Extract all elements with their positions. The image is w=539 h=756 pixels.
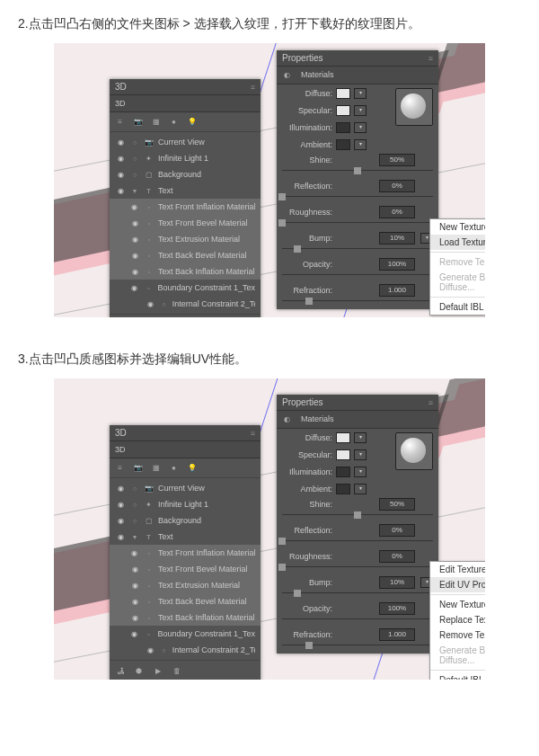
- props-menu-icon-2[interactable]: ≡: [429, 398, 433, 407]
- slider-value[interactable]: 0%: [379, 524, 415, 537]
- folder-icon[interactable]: ▾: [354, 139, 367, 150]
- slider-value[interactable]: 50%: [379, 498, 415, 511]
- env-icon[interactable]: ⬢: [134, 666, 144, 676]
- eye-icon[interactable]: ◉: [129, 201, 140, 212]
- tab-3d-2[interactable]: 3D: [115, 445, 126, 454]
- context-menu-item[interactable]: Default IBL: [430, 299, 485, 315]
- slider-handle[interactable]: [354, 511, 361, 519]
- tree-item[interactable]: ◉○📷Current View: [110, 134, 261, 150]
- folder-icon[interactable]: ▾: [354, 88, 367, 99]
- color-swatch[interactable]: [336, 88, 350, 99]
- eye-icon[interactable]: ◉: [129, 580, 140, 591]
- color-swatch[interactable]: [336, 122, 350, 133]
- eye-icon[interactable]: ◉: [115, 137, 126, 147]
- eye-icon[interactable]: ◉: [129, 250, 140, 261]
- tree-item[interactable]: ◉○Internal Constraint 2_Text: [110, 296, 261, 312]
- tree-item[interactable]: ◉▫Text Back Bevel Material: [110, 247, 261, 263]
- color-swatch[interactable]: [336, 449, 350, 460]
- folder-icon[interactable]: ▾: [354, 122, 367, 133]
- slider-value[interactable]: 1.000: [379, 628, 415, 641]
- eye-icon[interactable]: ◉: [129, 282, 140, 293]
- slider-handle[interactable]: [278, 219, 286, 227]
- slider-track[interactable]: [282, 513, 433, 517]
- slider-track[interactable]: [282, 247, 433, 251]
- light-icon[interactable]: 💡: [187, 117, 197, 127]
- eye-icon[interactable]: ◉: [115, 169, 126, 180]
- mesh-icon[interactable]: ▦: [151, 117, 161, 127]
- slider-track[interactable]: [282, 539, 433, 543]
- eye-icon[interactable]: ◉: [129, 612, 140, 623]
- folder-icon[interactable]: ▾: [354, 484, 367, 494]
- slider-handle[interactable]: [278, 193, 286, 200]
- filter-icon[interactable]: ≡: [115, 463, 125, 473]
- slider-track[interactable]: [282, 169, 433, 173]
- materials-tab-2[interactable]: Materials: [301, 414, 334, 424]
- tab-3d[interactable]: 3D: [115, 99, 126, 108]
- context-menu-item[interactable]: Load Texture...: [430, 235, 485, 250]
- tree-item[interactable]: ◉▫Text Extrusion Material: [110, 577, 261, 593]
- slider-handle[interactable]: [354, 167, 361, 174]
- render-icon[interactable]: ▶: [153, 666, 163, 676]
- filter-icon[interactable]: ≡: [115, 117, 125, 127]
- context-menu-item[interactable]: Default IBL: [430, 672, 485, 680]
- tree-item[interactable]: ◉▫Text Front Inflation Material: [110, 199, 261, 215]
- mat-icon[interactable]: ●: [169, 463, 179, 473]
- tree-item[interactable]: ◉▫Text Front Bevel Material: [110, 561, 261, 577]
- scene-icon[interactable]: 🏞: [115, 666, 125, 676]
- tree-item[interactable]: ◉○▢Background: [110, 512, 261, 529]
- cam-icon[interactable]: 📷: [133, 463, 143, 473]
- slider-track[interactable]: [282, 273, 433, 277]
- tree-item[interactable]: ◉○✦Infinite Light 1: [110, 496, 261, 512]
- tree-item[interactable]: ◉▼TText: [110, 182, 261, 199]
- folder-icon[interactable]: ▾: [354, 467, 367, 477]
- slider-value[interactable]: 10%: [379, 232, 415, 245]
- slider-track[interactable]: [282, 565, 433, 569]
- color-swatch[interactable]: [336, 139, 350, 150]
- eye-icon[interactable]: ◉: [115, 483, 126, 494]
- slider-value[interactable]: 1.000: [379, 284, 415, 297]
- eye-icon[interactable]: ◉: [115, 499, 126, 510]
- slider-track[interactable]: [282, 195, 433, 199]
- context-menu-item[interactable]: Remove Texture: [430, 627, 485, 643]
- eye-icon[interactable]: ◉: [129, 218, 140, 228]
- slider-handle[interactable]: [278, 564, 286, 571]
- tree-item[interactable]: ◉○▢Background: [110, 166, 261, 182]
- tree-item[interactable]: ◉▫Text Front Inflation Material: [110, 545, 261, 561]
- delete-icon[interactable]: 🗑: [172, 666, 181, 676]
- material-preview[interactable]: [395, 88, 433, 126]
- material-preview-2[interactable]: [395, 432, 433, 470]
- slider-handle[interactable]: [294, 245, 301, 253]
- tree-item[interactable]: ◉▫Text Front Bevel Material: [110, 215, 261, 231]
- slider-value[interactable]: 10%: [379, 576, 415, 589]
- color-swatch[interactable]: [336, 467, 350, 477]
- folder-icon[interactable]: ▾: [354, 432, 367, 443]
- slider-track[interactable]: [282, 644, 433, 647]
- cam-icon[interactable]: 📷: [133, 117, 143, 127]
- color-swatch[interactable]: [336, 432, 350, 443]
- tree-item[interactable]: ◉▫Boundary Constraint 1_Text: [110, 626, 261, 642]
- materials-icon-2[interactable]: ◐: [282, 414, 292, 424]
- eye-icon[interactable]: ◉: [115, 531, 126, 542]
- slider-value[interactable]: 0%: [379, 206, 415, 218]
- light-icon[interactable]: 💡: [187, 463, 197, 473]
- eye-icon[interactable]: ◉: [129, 628, 140, 639]
- slider-handle[interactable]: [278, 538, 286, 545]
- mesh-icon[interactable]: ▦: [151, 463, 161, 473]
- slider-value[interactable]: 0%: [379, 550, 415, 563]
- eye-icon[interactable]: ◉: [146, 298, 155, 309]
- eye-icon[interactable]: ◉: [129, 234, 140, 245]
- tree-item[interactable]: ◉▫Text Back Inflation Material: [110, 609, 261, 626]
- tree-item[interactable]: ◉▫Text Back Bevel Material: [110, 593, 261, 609]
- eye-icon[interactable]: ◉: [115, 153, 126, 164]
- mat-icon[interactable]: ●: [169, 117, 179, 127]
- tree-item[interactable]: ◉▼TText: [110, 529, 261, 545]
- slider-track[interactable]: [282, 299, 433, 303]
- context-menu-item[interactable]: Edit UV Properties...: [430, 577, 485, 592]
- context-menu-item[interactable]: New Texture...: [430, 219, 485, 235]
- color-swatch[interactable]: [336, 484, 350, 494]
- eye-icon[interactable]: ◉: [129, 596, 140, 607]
- slider-value[interactable]: 50%: [379, 154, 415, 166]
- tree-item[interactable]: ◉▫Text Back Inflation Material: [110, 263, 261, 280]
- materials-icon[interactable]: ◐: [282, 70, 292, 80]
- eye-icon[interactable]: ◉: [129, 547, 140, 558]
